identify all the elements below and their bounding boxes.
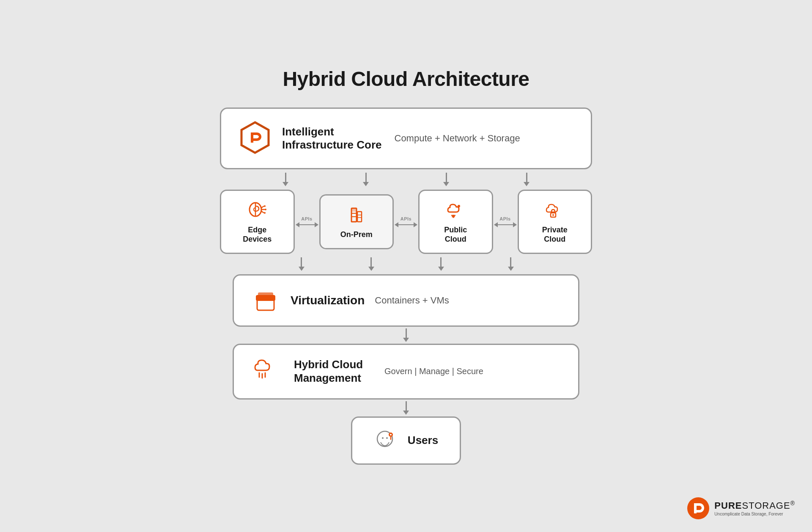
- edge-devices-label: EdgeDevices: [243, 226, 272, 244]
- virt-box: Virtualization Containers + VMs: [233, 274, 579, 327]
- mgmt-subtitle: Govern | Manage | Secure: [384, 367, 483, 376]
- private-cloud-box: PrivateCloud: [518, 190, 593, 254]
- api-connector-3: APIs: [493, 216, 518, 227]
- svg-point-18: [458, 205, 460, 207]
- api-arrow-left-3: [494, 222, 498, 227]
- public-cloud-icon: [444, 199, 467, 221]
- onprem-icon: [346, 204, 368, 226]
- arrow-mgmt-to-users: [401, 401, 411, 415]
- pure-storage-icon: [687, 497, 709, 519]
- api-shaft-1: [299, 224, 315, 225]
- virt-text: Virtualization Containers + VMs: [291, 294, 561, 307]
- svg-rect-10: [351, 208, 357, 212]
- arrows-row-1: [220, 171, 592, 188]
- pure-storage-logo: PURESTORAGE® Uncomplicate Data Storage, …: [687, 497, 795, 519]
- svg-point-6: [264, 205, 266, 207]
- users-label: Users: [408, 434, 438, 447]
- diagram-container: Hybrid Cloud Architecture IntelligentInf…: [173, 67, 639, 464]
- arrow-private-to-virt: [506, 257, 516, 271]
- users-icon: [374, 428, 399, 453]
- arrow-public-to-virt: [436, 257, 446, 271]
- arrow-infra-to-public: [441, 173, 451, 186]
- pure-storage-text: PURESTORAGE® Uncomplicate Data Storage, …: [714, 500, 795, 516]
- mgmt-title: Hybrid CloudManagement: [294, 358, 374, 384]
- arrow-infra-to-edge: [280, 173, 291, 186]
- svg-rect-23: [258, 292, 273, 298]
- virt-subtitle: Containers + VMs: [375, 295, 449, 306]
- virt-title: Virtualization: [291, 294, 365, 307]
- arrow-virt-to-mgmt: [401, 328, 411, 342]
- api-shaft-3: [498, 224, 513, 225]
- api-arrow-right-2: [414, 222, 417, 227]
- infra-box: IntelligentInfrastructure Core Compute +…: [220, 108, 592, 169]
- users-box: Users: [351, 416, 461, 465]
- svg-line-5: [261, 211, 264, 213]
- svg-rect-13: [357, 212, 362, 222]
- page-title: Hybrid Cloud Architecture: [283, 67, 529, 91]
- svg-point-28: [382, 437, 384, 439]
- public-cloud-box: PublicCloud: [418, 190, 493, 254]
- arrow-onprem-to-virt: [366, 257, 376, 271]
- arrow-infra-to-onprem: [361, 173, 371, 186]
- api-connector-2: APIs: [394, 216, 418, 227]
- mgmt-icon: [251, 355, 284, 388]
- svg-point-20: [552, 214, 554, 216]
- svg-point-31: [390, 434, 392, 436]
- public-cloud-label: PublicCloud: [444, 226, 467, 244]
- svg-point-32: [687, 497, 709, 519]
- onprem-label: On-Prem: [340, 230, 373, 240]
- infra-subtitle: Compute + Network + Storage: [395, 133, 520, 144]
- pure-storage-tagline: Uncomplicate Data Storage, Forever: [714, 512, 795, 516]
- api-label-3: APIs: [499, 216, 510, 221]
- svg-marker-0: [241, 122, 269, 153]
- api-arrow-right-1: [315, 222, 318, 227]
- api-label-2: APIs: [401, 216, 411, 221]
- arrow-infra-to-private: [521, 173, 532, 186]
- infra-title: IntelligentInfrastructure Core: [282, 125, 382, 152]
- virt-icon: [251, 286, 280, 315]
- middle-row: EdgeDevices APIs On-Prem: [220, 190, 592, 254]
- mgmt-text: Hybrid CloudManagement Govern | Manage |…: [294, 358, 561, 384]
- api-arrow-left-2: [395, 222, 398, 227]
- infra-text: IntelligentInfrastructure Core Compute +…: [282, 125, 574, 152]
- arrow-edge-to-virt: [296, 257, 307, 271]
- svg-point-8: [264, 212, 266, 214]
- pure-storage-name: PURESTORAGE®: [714, 500, 795, 510]
- api-connector-1: APIs: [295, 216, 319, 227]
- edge-devices-box: EdgeDevices: [220, 190, 295, 254]
- private-cloud-icon: [544, 199, 566, 221]
- api-label-1: APIs: [301, 216, 312, 221]
- private-cloud-label: PrivateCloud: [542, 226, 568, 244]
- api-shaft-2: [398, 224, 414, 225]
- edge-devices-icon: [246, 199, 268, 221]
- mgmt-box: Hybrid CloudManagement Govern | Manage |…: [233, 344, 579, 400]
- onprem-box: On-Prem: [319, 194, 394, 249]
- svg-point-29: [386, 437, 388, 439]
- svg-point-7: [265, 209, 266, 210]
- infra-icon: [238, 121, 272, 156]
- hexagon-icon: [238, 121, 272, 154]
- api-arrow-left-1: [296, 222, 299, 227]
- svg-line-3: [261, 206, 264, 208]
- api-arrow-right-3: [513, 222, 517, 227]
- arrows-row-2: [233, 256, 579, 273]
